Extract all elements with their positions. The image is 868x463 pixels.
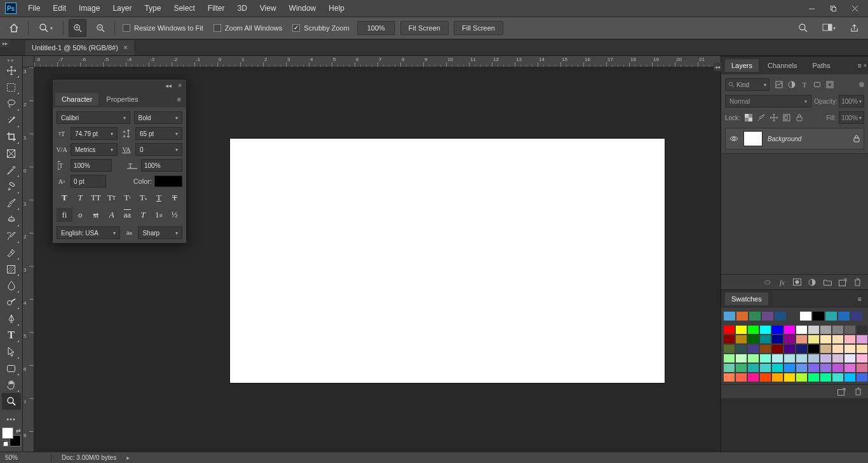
tab-character[interactable]: Character — [55, 93, 98, 106]
swatch[interactable] — [844, 326, 855, 334]
lasso-tool[interactable] — [2, 95, 21, 112]
history-brush-tool[interactable] — [2, 228, 21, 244]
swatch[interactable] — [796, 335, 807, 343]
close-icon[interactable]: × — [123, 43, 128, 52]
magic-wand-tool[interactable] — [2, 112, 21, 128]
swatch[interactable] — [838, 312, 850, 321]
swatch[interactable] — [748, 354, 759, 363]
collapse-icon[interactable]: ◂◂ — [163, 82, 173, 89]
antialias-select[interactable]: Sharp▾ — [138, 226, 182, 239]
status-zoom[interactable]: 50% — [5, 454, 41, 461]
adjustment-layer-icon[interactable] — [808, 279, 817, 286]
shape-tool[interactable] — [2, 360, 21, 377]
swatch[interactable] — [844, 364, 855, 372]
clone-stamp-tool[interactable] — [2, 211, 21, 228]
swatch[interactable] — [813, 312, 824, 321]
layer-filter-kind[interactable]: Kind▾ — [725, 78, 770, 91]
opacity-input[interactable]: 100%▾ — [839, 95, 864, 107]
titling-alt-button[interactable]: T — [135, 208, 151, 222]
edit-toolbar-icon[interactable]: ••• — [2, 413, 21, 425]
swatch[interactable] — [820, 345, 831, 353]
search-icon[interactable] — [794, 19, 812, 37]
marquee-tool[interactable] — [2, 79, 21, 95]
filter-type-icon[interactable]: T — [800, 80, 809, 89]
scrubby-zoom-checkbox[interactable]: Scrubby Zoom — [290, 24, 352, 32]
swatch[interactable] — [772, 354, 783, 363]
status-doc-info[interactable]: Doc: 3.00M/0 bytes — [62, 454, 116, 461]
delete-swatch-icon[interactable] — [855, 387, 862, 396]
swatch[interactable] — [851, 312, 862, 321]
swatch[interactable] — [820, 373, 831, 382]
swatch[interactable] — [784, 354, 795, 363]
faux-italic-button[interactable]: T — [72, 191, 88, 205]
swatch[interactable] — [736, 312, 748, 321]
strikethrough-button[interactable]: T — [166, 191, 182, 205]
swatch[interactable] — [796, 345, 807, 353]
font-size-input[interactable]: 74.79 pt▾ — [71, 127, 118, 140]
canvas-area[interactable]: -8-7-6-5-4-3-2-1012345678910111213141516… — [23, 56, 721, 452]
crop-tool[interactable] — [2, 128, 21, 145]
swatch[interactable] — [760, 354, 771, 363]
swatch[interactable] — [808, 354, 819, 363]
eraser-tool[interactable] — [2, 244, 21, 261]
swatch[interactable] — [808, 326, 819, 334]
screen-mode-icon[interactable]: ▾ — [818, 19, 839, 37]
swatch[interactable] — [832, 326, 843, 334]
subscript-button[interactable]: T₁ — [135, 191, 151, 205]
ordinals-button[interactable]: 1st — [151, 208, 167, 222]
visibility-icon[interactable] — [729, 135, 738, 142]
swatch[interactable] — [724, 335, 735, 343]
ruler-vertical[interactable]: 321012345678910 — [23, 67, 34, 452]
zoom-value-display[interactable]: 100% — [357, 21, 395, 35]
allcaps-button[interactable]: TT — [88, 191, 104, 205]
swatch[interactable] — [760, 364, 771, 372]
swatch[interactable] — [760, 373, 771, 382]
menu-3d[interactable]: 3D — [231, 1, 253, 15]
swatch[interactable] — [857, 345, 867, 353]
zoom-tool-preset-icon[interactable]: ▾ — [34, 19, 58, 37]
collapse-panel-strip[interactable]: ◂◂ — [714, 62, 721, 71]
swatch[interactable] — [736, 364, 747, 372]
lock-position-icon[interactable] — [770, 113, 778, 122]
ligatures-button[interactable]: fi — [57, 208, 72, 222]
tab-swatches[interactable]: Swatches — [725, 293, 768, 305]
swatch[interactable] — [800, 312, 811, 321]
vscale-input[interactable]: 100% — [71, 159, 112, 172]
swatch[interactable] — [772, 326, 783, 334]
swatch[interactable] — [724, 354, 735, 363]
swatch[interactable] — [748, 364, 759, 372]
fit-screen-button[interactable]: Fit Screen — [400, 21, 449, 35]
layers-list-area[interactable] — [721, 153, 868, 274]
swatch[interactable] — [857, 364, 867, 372]
swatch[interactable] — [772, 373, 783, 382]
layer-thumbnail[interactable] — [743, 131, 763, 146]
filter-adjustment-icon[interactable] — [787, 80, 796, 89]
frame-tool[interactable] — [2, 145, 21, 162]
close-icon[interactable]: × — [864, 62, 867, 69]
swatch[interactable] — [748, 373, 759, 382]
superscript-button[interactable]: T¹ — [119, 191, 135, 205]
filter-shape-icon[interactable] — [813, 80, 822, 89]
tab-layers[interactable]: Layers — [725, 59, 759, 72]
swatch[interactable] — [808, 335, 819, 343]
swatch[interactable] — [796, 373, 807, 382]
stylistic-alt-button[interactable]: aa — [119, 208, 135, 222]
swatch[interactable] — [844, 373, 855, 382]
swatch[interactable] — [857, 326, 867, 334]
fractions-button[interactable]: ½ — [166, 208, 182, 222]
swatch[interactable] — [857, 373, 867, 382]
lock-pixels-icon[interactable] — [757, 113, 766, 122]
dodge-tool[interactable] — [2, 294, 21, 310]
zoom-all-windows-checkbox[interactable]: Zoom All Windows — [211, 24, 285, 32]
swatch[interactable] — [808, 364, 819, 372]
tab-paths[interactable]: Paths — [806, 59, 837, 72]
swatch[interactable] — [832, 345, 843, 353]
lock-all-icon[interactable] — [795, 113, 804, 122]
menu-select[interactable]: Select — [167, 1, 201, 15]
tracking-input[interactable]: 0▾ — [135, 143, 182, 156]
swatch[interactable] — [796, 326, 807, 334]
resize-windows-checkbox[interactable]: Resize Windows to Fit — [120, 24, 206, 32]
swatch[interactable] — [808, 345, 819, 353]
menu-filter[interactable]: Filter — [201, 1, 231, 15]
foreground-color-swatch[interactable] — [2, 427, 13, 439]
